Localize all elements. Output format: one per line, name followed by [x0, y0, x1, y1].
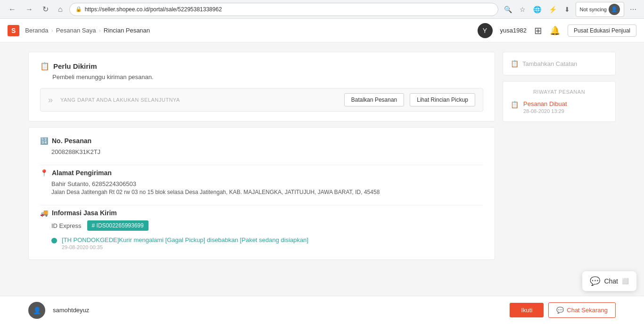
floating-chat-label: Chat [604, 277, 618, 285]
notification-bell-icon[interactable]: 🔔 [550, 25, 560, 36]
history-event-details: Pesanan Dibuat 28-08-2020 13:29 [523, 100, 567, 114]
shipping-info-section: 🚚 Informasi Jasa Kirim ID Express # IDS0… [40, 209, 483, 250]
chat-bubble-icon: 💬 [556, 307, 564, 314]
cancel-order-button[interactable]: Batalkan Pesanan [344, 93, 404, 106]
status-title: 📋 Perlu Dikirim [40, 62, 483, 71]
menu-icon[interactable]: ⋯ [628, 4, 638, 15]
globe-icon[interactable]: 🌐 [531, 4, 543, 15]
shipping-address-section: 📍 Alamat Pengiriman Bahir Sutanto, 62852… [40, 169, 483, 195]
forward-button[interactable]: → [23, 3, 36, 16]
expand-icon: ⬜ [622, 278, 629, 284]
sync-button[interactable]: Not syncing 👤 [576, 2, 624, 17]
order-number-value: 2008288K31K2TJ [40, 148, 483, 155]
divider-2 [40, 205, 483, 205]
status-card: 📋 Perlu Dikirim Pembeli menunggu kiriman… [28, 52, 495, 122]
courier-status-info: [TH PONDOKGEDE]Kurir mengalami [Gagal Pi… [62, 236, 308, 250]
follow-button[interactable]: Ikuti [510, 303, 544, 317]
shipping-info-label: 🚚 Informasi Jasa Kirim [40, 209, 483, 217]
main-column: 📋 Perlu Dikirim Pembeli menunggu kiriman… [28, 52, 495, 315]
shipping-address-text: Jalan Desa Jatitengah Rt 02 rw 03 no 15 … [40, 189, 483, 195]
status-title-text: Perlu Dikirim [53, 62, 97, 70]
truck-icon: 🚚 [40, 209, 48, 217]
seller-avatar: 👤 [28, 302, 45, 319]
note-placeholder: Tambahkan Catatan [522, 60, 577, 67]
order-detail-card: 🔢 No. Pesanan 2008288K31K2TJ 📍 Alamat Pe… [28, 127, 495, 260]
order-number-label: 🔢 No. Pesanan [40, 137, 483, 145]
address-bar[interactable]: 🔒 https://seller.shopee.co.id/portal/sal… [69, 3, 498, 16]
profile-avatar: 👤 [609, 4, 620, 15]
home-button[interactable]: ⌂ [55, 3, 66, 16]
grid-icon[interactable]: ⊞ [534, 25, 542, 36]
action-label: YANG DAPAT ANDA LAKUKAN SELANJUTNYA [60, 97, 339, 103]
user-avatar: Y [478, 23, 493, 38]
history-item: 📋 Pesanan Dibuat 28-08-2020 13:29 [511, 100, 608, 114]
note-icon: 📋 [511, 60, 519, 67]
browser-chrome: ← → ↻ ⌂ 🔒 https://seller.shopee.co.id/po… [0, 0, 644, 19]
back-button[interactable]: ← [6, 3, 19, 16]
top-navigation: S Beranda › Pesanan Saya › Rincian Pesan… [0, 19, 644, 42]
note-card: 📋 Tambahkan Catatan [503, 52, 616, 75]
order-number-label-text: No. Pesanan [52, 137, 91, 145]
downloads-icon[interactable]: ⬇ [562, 4, 572, 15]
floating-chat-button[interactable]: 💬 Chat ⬜ [582, 271, 636, 291]
status-description: Pembeli menunggu kiriman pesanan. [52, 73, 483, 81]
status-actions: » YANG DAPAT ANDA LAKUKAN SELANJUTNYA Ba… [40, 88, 483, 112]
courier-status-text: [TH PONDOKGEDE]Kurir mengalami [Gagal Pi… [62, 236, 308, 243]
breadcrumb-home[interactable]: Beranda [25, 27, 48, 34]
history-card: RIWAYAT PESANAN 📋 Pesanan Dibuat 28-08-2… [503, 81, 616, 122]
page-content: 📋 Perlu Dikirim Pembeli menunggu kiriman… [0, 42, 644, 324]
browser-actions: 🔍 ☆ 🌐 ⚡ ⬇ Not syncing 👤 ⋯ [502, 2, 638, 17]
breadcrumb-current: Rincian Pesanan [104, 27, 150, 34]
bottom-actions: Ikuti 💬 Chat Sekarang [510, 302, 616, 318]
shipping-address-label-text: Alamat Pengiriman [52, 169, 112, 177]
location-icon: 📍 [40, 169, 48, 177]
edu-center-button[interactable]: Pusat Edukasi Penjual [568, 24, 636, 37]
lock-icon: 🔒 [75, 6, 82, 12]
breadcrumb-sep-1: › [51, 27, 53, 34]
shipping-service-name: ID Express [51, 222, 82, 229]
view-pickup-button[interactable]: Lihat Rincian Pickup [410, 93, 475, 106]
star-icon[interactable]: ☆ [518, 4, 528, 15]
extensions-icon[interactable]: ⚡ [547, 4, 559, 15]
floating-chat-icon: 💬 [590, 276, 600, 286]
history-title: RIWAYAT PESANAN [511, 89, 608, 95]
bottom-bar: 👤 samohtdeyuz Ikuti 💬 Chat Sekarang [0, 296, 644, 324]
add-note-area[interactable]: 📋 Tambahkan Catatan [511, 60, 608, 67]
breadcrumb-orders[interactable]: Pesanan Saya [56, 27, 96, 34]
shipping-info-label-text: Informasi Jasa Kirim [52, 209, 117, 217]
chat-now-button[interactable]: 💬 Chat Sekarang [548, 302, 616, 318]
courier-time-text: 29-08-2020 00:35 [62, 244, 308, 250]
username: yusa1982 [500, 27, 527, 34]
search-icon[interactable]: 🔍 [502, 4, 514, 15]
status-icon: 📋 [40, 62, 50, 71]
history-event-icon: 📋 [511, 101, 519, 108]
tracking-badge: # IDS002265993699 [87, 220, 149, 231]
arrows-icon: » [48, 95, 53, 105]
divider-1 [40, 165, 483, 165]
courier-dot-icon [51, 238, 57, 243]
history-event-text: Pesanan Dibuat [523, 100, 567, 107]
order-number-icon: 🔢 [40, 137, 48, 145]
chat-now-label: Chat Sekarang [567, 307, 608, 314]
breadcrumb: Beranda › Pesanan Saya › Rincian Pesanan [25, 27, 150, 34]
reload-button[interactable]: ↻ [40, 3, 51, 16]
history-time-text: 28-08-2020 13:29 [523, 108, 567, 114]
order-number-section: 🔢 No. Pesanan 2008288K31K2TJ [40, 137, 483, 155]
sync-label: Not syncing [580, 7, 607, 12]
breadcrumb-sep-2: › [99, 27, 100, 34]
shipping-address-label: 📍 Alamat Pengiriman [40, 169, 483, 177]
shipping-name-phone: Bahir Sutanto, 6285224306503 [40, 180, 483, 187]
courier-status: [TH PONDOKGEDE]Kurir mengalami [Gagal Pi… [40, 236, 483, 250]
seller-username: samohtdeyuz [53, 307, 89, 314]
url-text: https://seller.shopee.co.id/portal/sale/… [85, 6, 492, 13]
nav-right: Y yusa1982 ⊞ 🔔 Pusat Edukasi Penjual [478, 23, 636, 38]
shopee-logo[interactable]: S [8, 25, 19, 36]
